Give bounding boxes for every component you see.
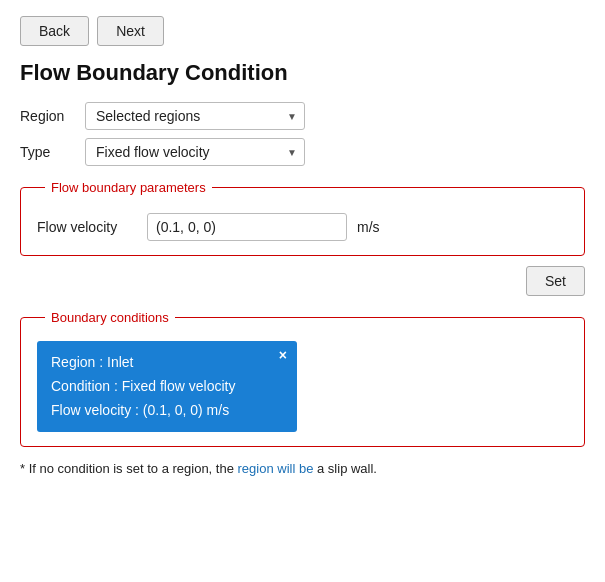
flow-velocity-row: Flow velocity m/s: [37, 213, 568, 241]
region-select[interactable]: Selected regions All regions: [85, 102, 305, 130]
type-select-wrapper: Fixed flow velocity Fixed pressure Outle…: [85, 138, 305, 166]
back-button[interactable]: Back: [20, 16, 89, 46]
boundary-item-line3: Flow velocity : (0.1, 0, 0) m/s: [51, 399, 283, 423]
region-row: Region Selected regions All regions ▼: [20, 102, 585, 130]
region-select-wrapper: Selected regions All regions ▼: [85, 102, 305, 130]
footer-note: * If no condition is set to a region, th…: [20, 461, 585, 476]
page-title: Flow Boundary Condition: [20, 60, 585, 86]
next-button[interactable]: Next: [97, 16, 164, 46]
type-select[interactable]: Fixed flow velocity Fixed pressure Outle…: [85, 138, 305, 166]
flow-velocity-label: Flow velocity: [37, 219, 147, 235]
flow-velocity-input[interactable]: [147, 213, 347, 241]
region-label: Region: [20, 108, 85, 124]
flow-params-legend: Flow boundary parameters: [45, 180, 212, 195]
footer-note-prefix: * If no condition is set to a region, th…: [20, 461, 238, 476]
boundary-condition-item: × Region : Inlet Condition : Fixed flow …: [37, 341, 297, 432]
boundary-item-line2: Condition : Fixed flow velocity: [51, 375, 283, 399]
type-label: Type: [20, 144, 85, 160]
boundary-item-line1: Region : Inlet: [51, 351, 283, 375]
flow-params-fieldset: Flow boundary parameters Flow velocity m…: [20, 180, 585, 256]
footer-note-suffix: a slip wall.: [313, 461, 377, 476]
set-button[interactable]: Set: [526, 266, 585, 296]
set-button-row: Set: [20, 266, 585, 296]
flow-velocity-unit: m/s: [357, 219, 380, 235]
footer-note-blue: region will be: [238, 461, 314, 476]
top-buttons: Back Next: [20, 16, 585, 46]
boundary-conditions-legend: Boundary conditions: [45, 310, 175, 325]
type-row: Type Fixed flow velocity Fixed pressure …: [20, 138, 585, 166]
boundary-conditions-fieldset: Boundary conditions × Region : Inlet Con…: [20, 310, 585, 447]
boundary-item-close-button[interactable]: ×: [279, 347, 287, 363]
